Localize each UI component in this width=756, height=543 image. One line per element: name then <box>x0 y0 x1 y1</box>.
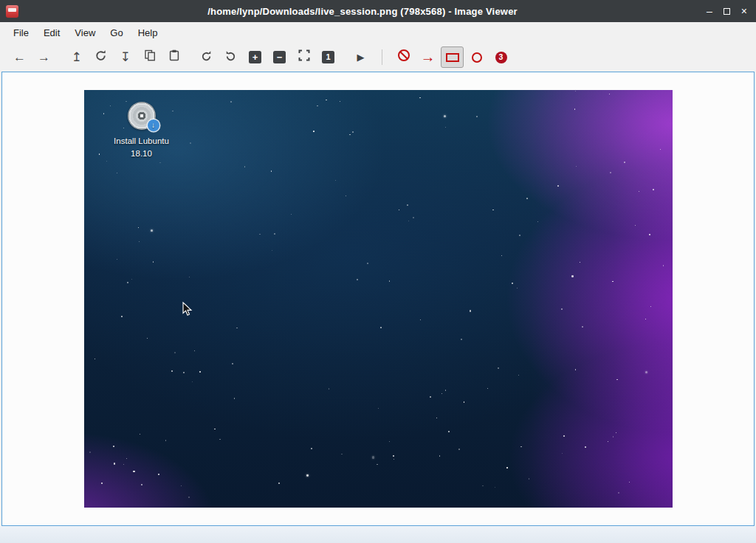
star <box>335 180 336 181</box>
image-viewport[interactable]: ↓ Install Lubuntu 18.10 <box>1 72 755 526</box>
number-badge-icon: 3 <box>495 52 507 63</box>
star <box>234 398 236 399</box>
star <box>561 308 563 310</box>
star <box>394 459 395 460</box>
star <box>393 455 394 457</box>
menu-go[interactable]: Go <box>103 24 130 41</box>
toolbar-separator <box>382 49 382 65</box>
star <box>582 326 583 328</box>
status-bar <box>0 526 756 543</box>
star <box>357 279 358 280</box>
star <box>151 229 153 232</box>
star <box>562 453 563 454</box>
star <box>171 370 173 372</box>
star <box>660 149 661 150</box>
annotate-rect-button[interactable] <box>441 46 464 68</box>
annotate-arrow-button[interactable]: → <box>416 46 439 68</box>
star <box>653 189 654 190</box>
star <box>519 235 520 236</box>
star <box>506 467 508 468</box>
screenshot-image[interactable]: ↓ Install Lubuntu 18.10 <box>84 90 673 508</box>
star <box>517 288 518 288</box>
close-button[interactable]: × <box>741 6 747 16</box>
star <box>609 94 610 94</box>
fit-window-button[interactable] <box>292 46 315 68</box>
star <box>192 381 193 382</box>
star <box>616 379 618 381</box>
app-icon <box>6 5 18 18</box>
download-arrow-badge-icon: ↓ <box>148 120 159 131</box>
menu-edit[interactable]: Edit <box>36 24 67 41</box>
maximize-button[interactable] <box>724 8 730 15</box>
paste-button[interactable] <box>162 46 185 68</box>
star <box>413 217 414 218</box>
star <box>378 408 379 409</box>
star <box>140 434 140 435</box>
zoom-in-icon: + <box>249 51 261 63</box>
star <box>445 390 446 390</box>
star <box>380 327 382 328</box>
forward-button[interactable]: → <box>32 46 55 68</box>
star <box>495 487 496 488</box>
minimize-button[interactable]: – <box>707 6 712 16</box>
menu-view[interactable]: View <box>67 24 103 41</box>
star <box>389 280 391 282</box>
star <box>482 485 483 486</box>
play-slideshow-button[interactable]: ▶ <box>349 46 372 68</box>
rotate-cw-icon <box>200 49 213 66</box>
star <box>645 319 646 319</box>
star <box>311 448 312 449</box>
annotate-none-button[interactable] <box>392 46 415 68</box>
desktop-icon-label-line2: 18.10 <box>131 148 152 160</box>
save-button[interactable]: ↧ <box>114 46 137 68</box>
annotate-circle-button[interactable] <box>465 46 488 68</box>
annotate-number-button[interactable]: 3 <box>489 46 512 68</box>
rotate-ccw-button[interactable] <box>219 46 242 68</box>
star <box>133 471 134 472</box>
star <box>407 204 408 206</box>
reload-button[interactable] <box>89 46 112 68</box>
star <box>121 316 123 317</box>
star <box>113 446 114 447</box>
star <box>230 101 233 103</box>
rotate-cw-button[interactable] <box>195 46 218 68</box>
star <box>274 233 275 235</box>
back-button[interactable]: ← <box>8 46 31 68</box>
star <box>94 359 96 360</box>
star <box>616 432 616 433</box>
star <box>571 275 574 277</box>
cd-disc-icon: ↓ <box>128 102 156 130</box>
star <box>610 172 611 173</box>
upload-button[interactable]: ↥ <box>65 46 88 68</box>
zoom-out-button[interactable]: − <box>268 46 291 68</box>
menu-file[interactable]: File <box>6 24 36 41</box>
star <box>557 185 559 187</box>
zoom-in-button[interactable]: + <box>244 46 267 68</box>
star <box>537 221 538 222</box>
star <box>106 161 108 162</box>
star <box>613 436 614 437</box>
zoom-out-icon: − <box>273 51 286 63</box>
mouse-cursor-icon <box>182 302 193 319</box>
star <box>580 262 580 263</box>
original-size-icon: 1 <box>322 51 334 63</box>
star <box>259 234 261 235</box>
no-symbol-icon <box>397 49 410 66</box>
star <box>99 153 100 155</box>
copy-button[interactable] <box>138 46 161 68</box>
star <box>199 371 201 373</box>
star <box>529 478 529 479</box>
star <box>139 241 140 243</box>
menu-help[interactable]: Help <box>131 24 165 41</box>
star <box>441 393 442 394</box>
original-size-button[interactable]: 1 <box>317 46 340 68</box>
star <box>663 265 664 266</box>
star <box>389 441 390 442</box>
star <box>291 214 292 215</box>
tool-bar: ← → ↥ ↧ + − 1 ▶ <box>0 43 756 72</box>
star <box>445 127 447 128</box>
title-bar[interactable]: /home/lynp/Downloads/live_session.png (7… <box>0 0 756 22</box>
star <box>232 363 233 364</box>
star <box>123 464 125 466</box>
star <box>501 255 503 257</box>
